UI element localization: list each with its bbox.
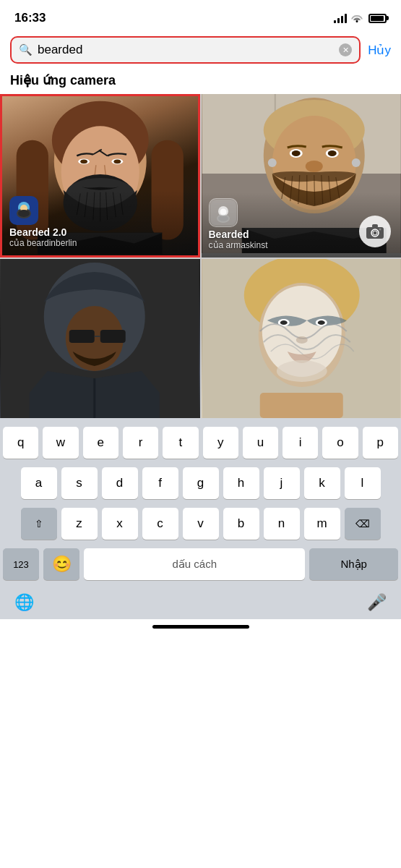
- key-c[interactable]: c: [142, 508, 178, 540]
- key-z[interactable]: z: [61, 508, 98, 540]
- keyboard: q w e r t y u i o p a s d f g h j k l ⇧ …: [0, 418, 401, 619]
- search-clear-button[interactable]: ✕: [339, 43, 352, 56]
- effect-item-4[interactable]: [202, 259, 402, 418]
- status-icons: [334, 12, 387, 25]
- svg-point-16: [18, 210, 30, 217]
- svg-point-54: [317, 320, 324, 325]
- key-w[interactable]: w: [43, 427, 78, 459]
- effect-item-3[interactable]: [0, 259, 200, 418]
- key-o[interactable]: o: [322, 427, 358, 459]
- search-icon: 🔍: [19, 43, 33, 56]
- key-k[interactable]: k: [304, 467, 340, 499]
- key-shift[interactable]: ⇧: [21, 508, 57, 540]
- key-x[interactable]: x: [102, 508, 138, 540]
- home-indicator: [0, 619, 401, 631]
- key-emoji[interactable]: 😊: [43, 548, 79, 580]
- effect-icon-2: [209, 198, 238, 227]
- svg-point-52: [280, 320, 287, 325]
- svg-point-40: [379, 229, 381, 231]
- key-b[interactable]: b: [223, 508, 259, 540]
- key-n[interactable]: n: [264, 508, 300, 540]
- effect-author-1: của beardinberlin: [9, 238, 191, 248]
- keyboard-row-1: q w e r t y u i o p: [0, 427, 401, 459]
- effect-thumbnail-4: [202, 259, 402, 418]
- key-s[interactable]: s: [61, 467, 98, 499]
- key-l[interactable]: l: [345, 467, 381, 499]
- effect-item-2[interactable]: Bearded của armaskinst: [202, 94, 402, 258]
- effect-info-1: Bearded 2.0 của beardinberlin: [2, 190, 198, 255]
- effect-icon-1: [9, 196, 38, 225]
- key-e[interactable]: e: [83, 427, 118, 459]
- svg-rect-44: [69, 330, 95, 343]
- status-time: 16:33: [14, 11, 46, 25]
- svg-point-34: [220, 209, 226, 216]
- microphone-icon[interactable]: 🎤: [367, 593, 387, 612]
- key-q[interactable]: q: [3, 427, 38, 459]
- key-y[interactable]: y: [203, 427, 238, 459]
- svg-point-26: [327, 150, 336, 156]
- key-123[interactable]: 123: [3, 548, 39, 580]
- globe-icon[interactable]: 🌐: [14, 593, 34, 612]
- svg-rect-39: [372, 224, 378, 228]
- svg-rect-45: [100, 330, 126, 343]
- search-input-wrap[interactable]: 🔍 bearded ✕: [10, 36, 361, 64]
- svg-point-24: [291, 150, 300, 156]
- svg-point-6: [80, 159, 87, 163]
- key-j[interactable]: j: [264, 467, 300, 499]
- search-input[interactable]: bearded: [38, 43, 334, 57]
- key-u[interactable]: u: [243, 427, 278, 459]
- key-g[interactable]: g: [183, 467, 219, 499]
- home-bar: [152, 625, 249, 629]
- svg-point-27: [305, 161, 322, 172]
- key-r[interactable]: r: [123, 427, 158, 459]
- key-a[interactable]: a: [21, 467, 57, 499]
- svg-point-55: [296, 336, 307, 344]
- key-m[interactable]: m: [304, 508, 340, 540]
- key-i[interactable]: i: [283, 427, 318, 459]
- key-t[interactable]: t: [163, 427, 198, 459]
- effects-grid: Bearded 2.0 của beardinberlin: [0, 94, 401, 418]
- camera-button-2[interactable]: [359, 216, 391, 247]
- battery-icon: [368, 14, 387, 23]
- key-f[interactable]: f: [142, 467, 178, 499]
- section-title: Hiệu ứng camera: [0, 68, 401, 94]
- key-p[interactable]: p: [363, 427, 398, 459]
- keyboard-row-2: a s d f g h j k l: [0, 467, 401, 499]
- search-bar: 🔍 bearded ✕ Hủy: [0, 32, 401, 68]
- keyboard-bottom-bar: 🌐 🎤: [0, 589, 401, 619]
- effect-item-1[interactable]: Bearded 2.0 của beardinberlin: [0, 94, 200, 258]
- keyboard-row-4: 123 😊 dấu cách Nhập: [0, 548, 401, 580]
- key-space[interactable]: dấu cách: [84, 548, 305, 580]
- svg-point-30: [351, 158, 360, 167]
- key-v[interactable]: v: [183, 508, 219, 540]
- signal-bars-icon: [334, 13, 347, 23]
- svg-point-35: [218, 216, 228, 221]
- svg-point-8: [113, 159, 121, 163]
- key-h[interactable]: h: [223, 467, 259, 499]
- svg-point-29: [267, 158, 276, 167]
- status-bar: 16:33: [0, 0, 401, 32]
- svg-point-56: [276, 360, 327, 382]
- keyboard-row-3: ⇧ z x c v b n m ⌫: [0, 508, 401, 540]
- effect-name-1: Bearded 2.0: [9, 226, 191, 238]
- key-enter[interactable]: Nhập: [309, 548, 398, 580]
- key-backspace[interactable]: ⌫: [345, 508, 381, 540]
- key-d[interactable]: d: [102, 467, 138, 499]
- wifi-icon: [351, 12, 363, 25]
- effect-thumbnail-3: [0, 259, 200, 418]
- cancel-button[interactable]: Hủy: [368, 43, 391, 58]
- svg-rect-57: [259, 393, 342, 418]
